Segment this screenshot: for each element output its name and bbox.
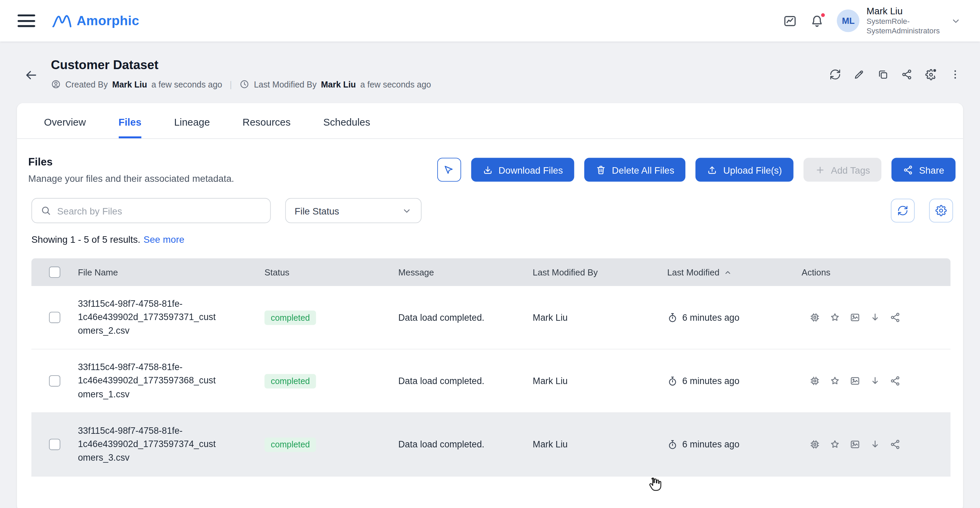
share-button[interactable]: Share <box>891 158 956 182</box>
modified-by-time: a few seconds ago <box>360 80 431 89</box>
user-menu[interactable]: ML Mark Liu SystemRole- SystemAdministra… <box>837 5 961 36</box>
row-action-share-button[interactable] <box>889 439 901 450</box>
app-viewport: Amorphic ML Mark Liu SystemRole- SystemA… <box>0 0 980 508</box>
more-options-button[interactable] <box>950 68 961 80</box>
back-button[interactable] <box>24 60 38 89</box>
add-tags-label: Add Tags <box>831 164 870 175</box>
tab-resources[interactable]: Resources <box>243 117 291 138</box>
image-icon <box>850 439 861 450</box>
col-last-modified-sort[interactable]: Last Modified <box>667 267 802 277</box>
files-subheading: Manage your files and their associated m… <box>28 173 234 183</box>
row-checkbox[interactable] <box>49 312 60 323</box>
chevron-down-icon <box>950 15 961 26</box>
row-action-preview-button[interactable] <box>850 312 861 323</box>
amorphic-logo-icon <box>51 13 72 29</box>
share-icon <box>889 312 901 323</box>
col-file-name: File Name <box>78 267 264 277</box>
arrow-down-icon <box>869 375 881 387</box>
search-input[interactable] <box>57 205 262 216</box>
dataset-card: Overview Files Lineage Resources Schedul… <box>17 103 963 508</box>
edit-dataset-button[interactable] <box>853 68 865 80</box>
hamburger-menu-button[interactable] <box>18 14 35 27</box>
arrow-left-icon <box>24 67 38 82</box>
arrow-down-icon <box>869 312 881 323</box>
reload-dataset-button[interactable] <box>829 68 841 80</box>
star-icon <box>829 312 840 323</box>
row-action-download-button[interactable] <box>869 312 881 323</box>
clock-icon <box>240 79 250 89</box>
tab-overview[interactable]: Overview <box>44 117 86 138</box>
row-action-download-button[interactable] <box>869 375 881 387</box>
chevron-down-icon <box>401 205 412 216</box>
row-action-ai-button[interactable] <box>809 375 821 387</box>
created-by-time: a few seconds ago <box>151 80 222 89</box>
tab-lineage[interactable]: Lineage <box>174 117 210 138</box>
status-badge: completed <box>264 310 316 325</box>
select-all-checkbox[interactable] <box>49 267 60 278</box>
notification-dot <box>821 12 826 18</box>
table-row[interactable]: 33f115c4-98f7-4758-81fe- 1c46e439902d_17… <box>31 413 950 476</box>
user-circle-icon <box>51 79 61 89</box>
table-row[interactable]: 33f115c4-98f7-4758-81fe- 1c46e439902d_17… <box>31 286 950 349</box>
arrow-down-icon <box>869 439 881 450</box>
analytics-icon <box>783 14 797 28</box>
top-navbar: Amorphic ML Mark Liu SystemRole- SystemA… <box>0 0 980 41</box>
download-files-button[interactable]: Download Files <box>471 158 574 182</box>
refresh-icon <box>897 205 908 216</box>
search-files-field <box>31 198 270 223</box>
tab-files[interactable]: Files <box>118 117 141 138</box>
message-cell: Data load completed. <box>398 439 533 449</box>
delete-all-files-button[interactable]: Delete All Files <box>584 158 686 182</box>
row-action-preview-button[interactable] <box>850 439 861 450</box>
kebab-icon <box>950 68 961 80</box>
row-action-download-button[interactable] <box>869 439 881 450</box>
table-row[interactable]: 33f115c4-98f7-4758-81fe- 1c46e439902d_17… <box>31 349 950 412</box>
refresh-list-button[interactable] <box>891 199 915 222</box>
amorphic-logo[interactable]: Amorphic <box>51 13 139 29</box>
table-header-row: File Name Status Message Last Modified B… <box>31 258 950 286</box>
analytics-button[interactable] <box>783 14 797 28</box>
search-icon <box>40 205 51 216</box>
select-files-button[interactable] <box>437 158 461 182</box>
add-tags-button[interactable]: Add Tags <box>803 158 881 182</box>
row-action-ai-button[interactable] <box>809 312 821 323</box>
row-action-ai-button[interactable] <box>809 439 821 450</box>
stopwatch-icon <box>667 312 678 323</box>
upload-icon <box>707 164 718 175</box>
status-badge: completed <box>264 374 316 388</box>
stopwatch-icon <box>667 439 678 450</box>
share-icon <box>889 439 901 450</box>
page-title: Customer Dataset <box>51 58 431 72</box>
alert-settings-button[interactable] <box>925 68 937 80</box>
notifications-button[interactable] <box>810 14 824 28</box>
modified-cell: 6 minutes ago <box>667 439 802 450</box>
filter-row: File Status <box>17 198 963 223</box>
file-name: 33f115c4-98f7-4758-81fe- 1c46e439902d_17… <box>78 361 264 401</box>
see-more-link[interactable]: See more <box>143 234 185 244</box>
row-checkbox[interactable] <box>49 375 60 387</box>
tab-schedules[interactable]: Schedules <box>323 117 370 138</box>
row-action-preview-button[interactable] <box>850 375 861 387</box>
pencil-icon <box>853 68 865 80</box>
row-action-share-button[interactable] <box>889 375 901 387</box>
row-action-favorite-button[interactable] <box>829 312 840 323</box>
row-action-favorite-button[interactable] <box>829 375 840 387</box>
cursor-icon <box>443 164 455 176</box>
share-dataset-button[interactable] <box>901 68 913 80</box>
row-action-share-button[interactable] <box>889 312 901 323</box>
clone-dataset-button[interactable] <box>877 68 889 80</box>
row-action-favorite-button[interactable] <box>829 439 840 450</box>
created-by-label: Created By <box>65 80 108 89</box>
upload-files-button[interactable]: Upload File(s) <box>695 158 793 182</box>
message-cell: Data load completed. <box>398 312 533 323</box>
file-status-select[interactable]: File Status <box>285 198 422 223</box>
download-icon <box>482 164 493 175</box>
file-status-label: File Status <box>295 205 339 216</box>
share-icon <box>901 68 913 80</box>
results-text: Showing 1 - 5 of 5 results. <box>31 234 140 244</box>
row-checkbox[interactable] <box>49 439 60 450</box>
modified-by-cell: Mark Liu <box>533 376 667 386</box>
table-settings-button[interactable] <box>929 199 953 222</box>
col-message: Message <box>398 267 533 277</box>
message-cell: Data load completed. <box>398 376 533 386</box>
